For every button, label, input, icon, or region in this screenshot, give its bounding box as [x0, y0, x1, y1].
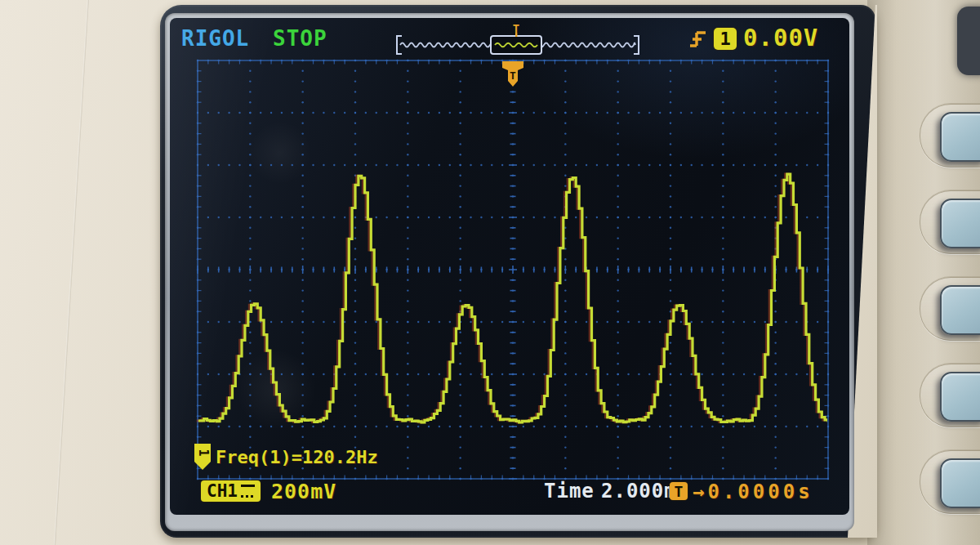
softkey-f4-button[interactable]: [940, 372, 980, 422]
channel1-scale: 200mV: [271, 481, 336, 502]
top-right-knob: [957, 7, 980, 75]
svg-text:1: 1: [196, 449, 211, 456]
timebase-label: Time: [544, 481, 595, 501]
channel1-ground-marker: [194, 444, 211, 470]
softkey-f5-button[interactable]: [940, 458, 980, 508]
softkey-slot-4: [920, 364, 980, 427]
trigger-offset-value: →0.0000s: [693, 482, 813, 502]
softkey-slot-2: [920, 190, 980, 254]
softkey-f2-button[interactable]: [940, 199, 980, 248]
channel1-badge-label: CH1: [207, 481, 238, 501]
panel-seam: [52, 0, 90, 545]
svg-text:T: T: [510, 69, 516, 82]
frequency-measurement: Freq(1)=120.2Hz: [216, 449, 378, 467]
softkey-slot-3: [920, 277, 980, 341]
softkey-slot-5: [920, 450, 980, 514]
lcd-screen: RIGOL STOP T 1 0.00V T1 Freq(1)=120.2Hz …: [170, 18, 849, 515]
softkey-f1-button[interactable]: [940, 112, 980, 162]
channel1-badge[interactable]: CH1: [201, 480, 261, 502]
trigger-offset-badge: T: [670, 482, 688, 500]
dc-coupling-icon: [241, 485, 255, 498]
oscilloscope-front-panel: RIGOL STOP T 1 0.00V T1 Freq(1)=120.2Hz …: [0, 0, 980, 545]
softkey-slot-1: [920, 104, 980, 168]
waveform-display: T1: [170, 18, 849, 515]
softkey-f3-button[interactable]: [940, 285, 980, 335]
